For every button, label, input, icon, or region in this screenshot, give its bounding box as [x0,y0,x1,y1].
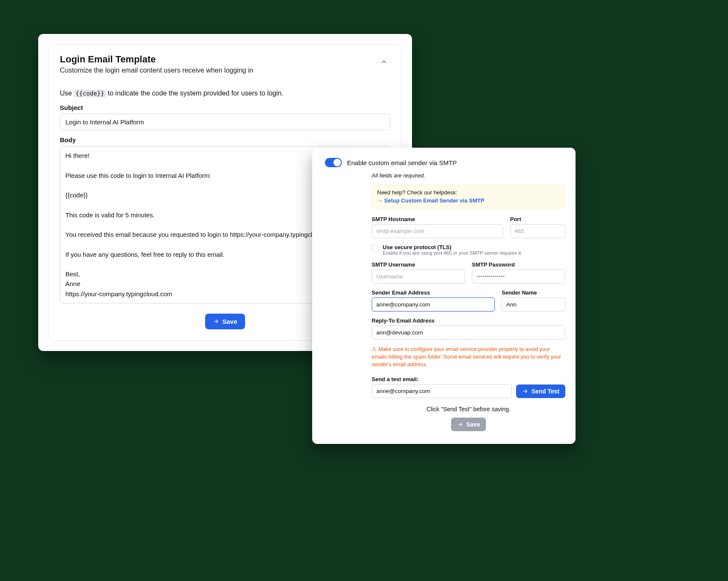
smtp-enable-label: Enable custom email sender via SMTP [347,159,457,166]
save-hint: Click "Send Test" before saving. [372,406,565,413]
hint-suffix: to indicate the code the system provided… [106,90,283,97]
code-hint: Use {{code}} to indicate the code the sy… [60,90,390,97]
sender-name-input[interactable] [502,298,565,312]
warning-text: Make sure to configure your email servic… [372,346,561,368]
help-text: Need help? Check our helpdesk: [377,189,560,196]
smtp-settings-card: Enable custom email sender via SMTP All … [312,148,576,444]
hostname-label: SMTP Hostname [372,216,503,222]
send-test-label: Send Test [531,388,559,395]
reply-to-input[interactable] [372,326,565,340]
tls-label: Use secure protocol (TLS) [383,244,522,250]
username-input[interactable] [372,269,465,283]
save-button[interactable]: Save [205,314,245,329]
tls-sub: Enable if you are using port 465 or your… [383,250,522,255]
hint-prefix: Use [60,90,74,97]
test-email-input[interactable] [372,384,512,398]
warning-icon: ⚠ [372,346,377,352]
username-label: SMTP Username [372,261,465,268]
sender-name-label: Sender Name [502,289,565,296]
password-input[interactable] [472,269,565,283]
hostname-input[interactable] [372,224,503,238]
tls-checkbox[interactable] [372,245,378,252]
save-button-label: Save [222,318,237,325]
body-label: Body [60,136,390,143]
code-token: {{code}} [74,90,106,97]
arrow-right-icon [457,421,463,427]
help-box: Need help? Check our helpdesk: → Setup C… [372,185,565,208]
smtp-enable-toggle[interactable] [325,158,342,167]
test-email-label: Send a test email: [372,376,565,382]
smtp-save-label: Save [466,421,480,428]
help-link[interactable]: → Setup Custom Email Sender via SMTP [377,197,484,204]
section-subtitle: Customize the login email content users … [60,67,253,74]
reply-to-label: Reply-To Email Address [372,317,565,324]
smtp-save-button[interactable]: Save [451,418,486,431]
chevron-up-icon[interactable] [380,58,388,66]
sender-email-label: Sender Email Address [372,289,495,296]
spam-warning: ⚠Make sure to configure your email servi… [372,345,565,368]
arrow-right-icon [213,318,219,324]
sender-email-input[interactable] [372,298,495,312]
subject-label: Subject [60,104,390,111]
subject-input[interactable] [60,114,390,130]
port-label: Port [510,216,565,222]
password-label: SMTP Password [472,261,565,268]
send-test-button[interactable]: Send Test [516,385,565,398]
arrow-right-icon [522,388,528,394]
port-input[interactable] [510,224,565,238]
required-note: All fields are required. [372,172,565,179]
section-title: Login Email Template [60,54,253,65]
